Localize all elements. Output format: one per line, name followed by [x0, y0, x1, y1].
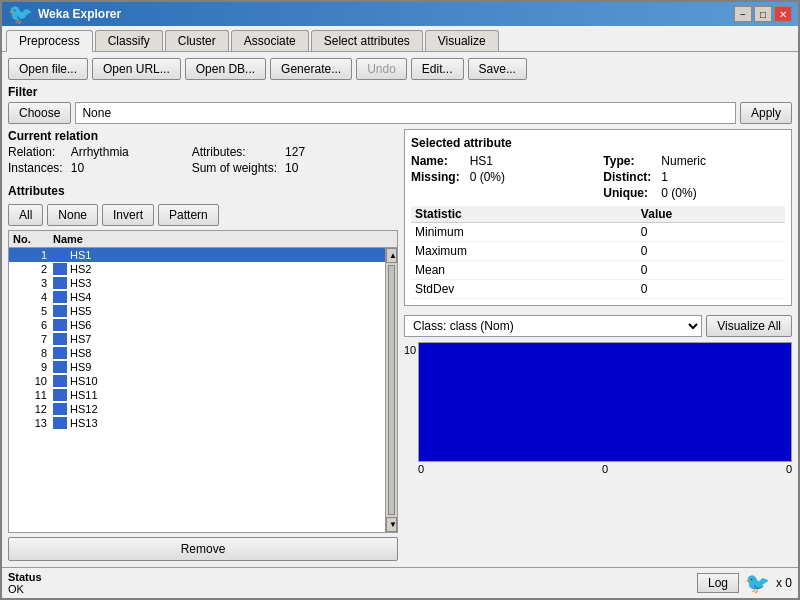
chart-x-labels: 0 0 0 — [404, 462, 792, 476]
attr-list-item[interactable]: 12HS12 — [9, 402, 385, 416]
all-button[interactable]: All — [8, 204, 43, 226]
weka-icon: 🐦 — [8, 2, 33, 26]
edit-button[interactable]: Edit... — [411, 58, 464, 80]
chart-wrapper: 10 0 0 0 — [404, 342, 792, 561]
attr-list-item[interactable]: 2HS2 — [9, 262, 385, 276]
choose-button[interactable]: Choose — [8, 102, 71, 124]
attr-list-header: No. Name — [9, 231, 397, 248]
stats-col-statistic: Statistic — [411, 206, 637, 223]
stats-row: Mean0 — [411, 261, 785, 280]
filter-section: Filter Choose None Apply — [8, 85, 792, 124]
filter-value: None — [75, 102, 736, 124]
attributes-header: Attributes — [8, 184, 398, 198]
sa-name-label: Name: — [411, 154, 460, 168]
tab-classify[interactable]: Classify — [95, 30, 163, 51]
stat-name: Mean — [411, 261, 637, 280]
sa-unique-value: 0 (0%) — [661, 186, 785, 200]
sa-missing-label: Missing: — [411, 170, 460, 184]
attr-list-item[interactable]: 11HS11 — [9, 388, 385, 402]
open-db-button[interactable]: Open DB... — [185, 58, 266, 80]
stat-name: Minimum — [411, 223, 637, 242]
tab-associate[interactable]: Associate — [231, 30, 309, 51]
attr-list-item[interactable]: 7HS7 — [9, 332, 385, 346]
stat-value: 0 — [637, 261, 785, 280]
status-value: OK — [8, 583, 42, 595]
attributes-label: Attributes: — [192, 145, 277, 159]
tab-cluster[interactable]: Cluster — [165, 30, 229, 51]
instances-label: Instances: — [8, 161, 63, 175]
sa-distinct-value: 1 — [661, 170, 785, 184]
remove-section: Remove — [8, 537, 398, 561]
attr-list-item[interactable]: 5HS5 — [9, 304, 385, 318]
sa-type-label: Type: — [603, 154, 651, 168]
pattern-button[interactable]: Pattern — [158, 204, 219, 226]
right-panel: Selected attribute Name: HS1 Type: Numer… — [404, 129, 792, 561]
attributes-section: Attributes All None Invert Pattern No. N… — [8, 184, 398, 561]
class-row: Class: class (Nom) Visualize All — [404, 315, 792, 337]
minimize-button[interactable]: − — [734, 6, 752, 22]
selected-attr-info: Name: HS1 Type: Numeric Missing: 0 (0%) … — [411, 154, 785, 200]
sa-distinct-label: Distinct: — [603, 170, 651, 184]
scroll-down[interactable]: ▼ — [386, 517, 397, 532]
stat-name: StdDev — [411, 280, 637, 299]
none-button[interactable]: None — [47, 204, 98, 226]
open-file-button[interactable]: Open file... — [8, 58, 88, 80]
main-content: Open file... Open URL... Open DB... Gene… — [2, 52, 798, 567]
sum-weights-label: Sum of weights: — [192, 161, 277, 175]
remove-button[interactable]: Remove — [8, 537, 398, 561]
attr-list-item[interactable]: 8HS8 — [9, 346, 385, 360]
tab-visualize[interactable]: Visualize — [425, 30, 499, 51]
stats-row: Minimum0 — [411, 223, 785, 242]
attr-list-item[interactable]: 6HS6 — [9, 318, 385, 332]
scrollbar[interactable]: ▲ ▼ — [385, 248, 397, 532]
open-url-button[interactable]: Open URL... — [92, 58, 181, 80]
maximize-button[interactable]: □ — [754, 6, 772, 22]
log-button[interactable]: Log — [697, 573, 739, 593]
scroll-up[interactable]: ▲ — [386, 248, 397, 263]
attr-list-item[interactable]: 9HS9 — [9, 360, 385, 374]
window-title: Weka Explorer — [38, 7, 121, 21]
undo-button[interactable]: Undo — [356, 58, 407, 80]
stats-row: Maximum0 — [411, 242, 785, 261]
main-area: Current relation Relation: Arrhythmia At… — [8, 129, 792, 561]
attr-list-container: No. Name 1HS12HS23HS34HS45HS56HS67HS78HS… — [8, 230, 398, 533]
invert-button[interactable]: Invert — [102, 204, 154, 226]
tab-preprocess[interactable]: Preprocess — [6, 30, 93, 52]
instances-value: 10 — [71, 161, 184, 175]
attr-list-item[interactable]: 13HS13 — [9, 416, 385, 430]
stat-value: 0 — [637, 223, 785, 242]
sum-weights-value: 10 — [285, 161, 398, 175]
current-relation-header: Current relation — [8, 129, 398, 143]
scroll-thumb[interactable] — [388, 265, 395, 515]
attr-list: 1HS12HS23HS34HS45HS56HS67HS78HS89HS910HS… — [9, 248, 385, 532]
close-button[interactable]: ✕ — [774, 6, 792, 22]
attr-list-item[interactable]: 4HS4 — [9, 290, 385, 304]
status-right: Log 🐦 x 0 — [697, 571, 792, 595]
sa-unique-label: Unique: — [603, 186, 651, 200]
relation-info: Relation: Arrhythmia Attributes: 127 Ins… — [8, 145, 398, 175]
visualize-all-button[interactable]: Visualize All — [706, 315, 792, 337]
col-name-header: Name — [53, 233, 393, 245]
status-label: Status — [8, 571, 42, 583]
attr-list-item[interactable]: 1HS1 — [9, 248, 385, 262]
sa-missing-value: 0 (0%) — [470, 170, 594, 184]
chart-x-label-1: 0 — [418, 463, 424, 475]
class-selector[interactable]: Class: class (Nom) — [404, 315, 702, 337]
attr-buttons: All None Invert Pattern — [8, 204, 398, 226]
chart-x-label-3: 0 — [786, 463, 792, 475]
chart-area — [418, 342, 792, 462]
filter-row: Choose None Apply — [8, 102, 792, 124]
stats-table: Statistic Value Minimum0Maximum0Mean0Std… — [411, 206, 785, 299]
x-count: x 0 — [776, 576, 792, 590]
stats-col-value: Value — [637, 206, 785, 223]
attr-list-item[interactable]: 10HS10 — [9, 374, 385, 388]
window-controls: − □ ✕ — [734, 6, 792, 22]
sa-name-value: HS1 — [470, 154, 594, 168]
weka-status-icon: 🐦 — [745, 571, 770, 595]
tabs-bar: Preprocess Classify Cluster Associate Se… — [2, 26, 798, 52]
apply-button[interactable]: Apply — [740, 102, 792, 124]
generate-button[interactable]: Generate... — [270, 58, 352, 80]
save-button[interactable]: Save... — [468, 58, 527, 80]
tab-select-attributes[interactable]: Select attributes — [311, 30, 423, 51]
attr-list-item[interactable]: 3HS3 — [9, 276, 385, 290]
